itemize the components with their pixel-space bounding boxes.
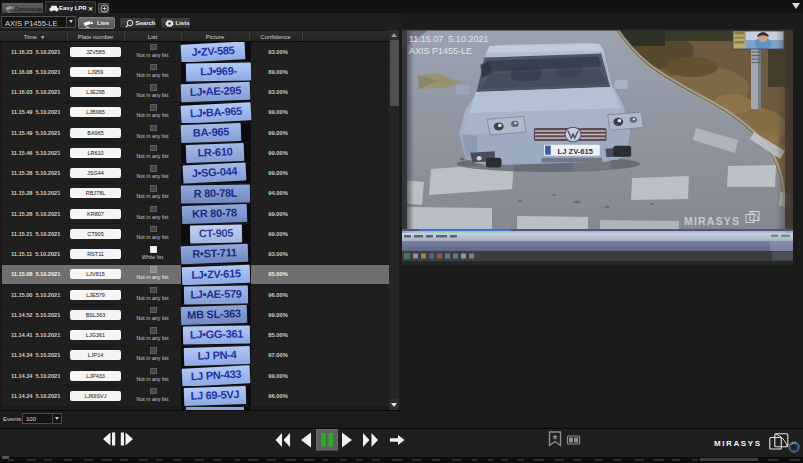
svg-text:11.15.07 5.10.2021: 11.15.07 5.10.2021	[409, 34, 488, 44]
svg-text:LJ ZV-615: LJ ZV-615	[558, 147, 593, 156]
svg-text:AXIS P1455-LE: AXIS P1455-LE	[409, 46, 472, 56]
svg-text:MIRASYS: MIRASYS	[684, 215, 740, 227]
